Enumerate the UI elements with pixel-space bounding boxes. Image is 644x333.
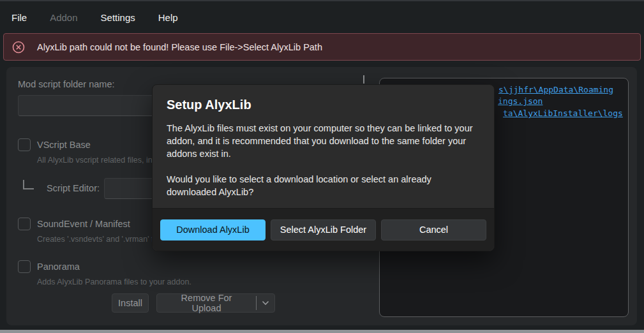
vscript-base-description: All AlyxLib vscript related files, inc	[37, 156, 156, 165]
menu-item-addon: Addon	[50, 12, 77, 23]
install-button-label: Install	[118, 298, 142, 308]
soundevent-manifest-label: SoundEvent / Manifest	[37, 219, 130, 229]
soundevent-manifest-checkbox[interactable]	[18, 218, 31, 230]
menu-item-help[interactable]: Help	[158, 12, 178, 23]
download-alyxlib-button[interactable]: Download AlyxLib	[160, 219, 266, 241]
dialog-footer: Download AlyxLib Select AlyxLib Folder C…	[153, 208, 494, 251]
remove-for-upload-label[interactable]: Remove For Upload	[157, 293, 256, 313]
log-link-installer-logs[interactable]: ta\AlyxLibInstaller\logs	[503, 108, 623, 118]
menu-bar: File Addon Settings Help	[0, 1, 644, 33]
script-editor-label: Script Editor:	[47, 183, 100, 193]
panorama-checkbox[interactable]	[18, 260, 31, 273]
remove-for-upload-split-button[interactable]: Remove For Upload	[156, 293, 275, 313]
cancel-button[interactable]: Cancel	[381, 219, 486, 241]
error-message: AlyxLib path could not be found! Please …	[37, 42, 322, 52]
log-link-settings-json[interactable]: ings.json	[498, 96, 543, 106]
tree-elbow-icon	[23, 180, 34, 189]
install-button[interactable]: Install	[112, 293, 149, 313]
panorama-description: Adds AlyxLib Panorama files to your addo…	[37, 278, 191, 286]
dialog-paragraph-2: Would you like to select a download loca…	[167, 173, 480, 198]
vscript-base-label: VScript Base	[37, 140, 91, 150]
menu-item-settings[interactable]: Settings	[101, 12, 135, 23]
circle-x-icon	[12, 41, 25, 54]
dialog-title: Setup AlyxLib	[167, 98, 480, 112]
mod-script-folder-label: Mod script folder name:	[18, 79, 115, 89]
vscript-base-checkbox[interactable]	[18, 138, 31, 151]
log-link-appdata-roaming[interactable]: s\jjhfr\AppData\Roaming	[498, 85, 613, 94]
soundevent-manifest-description: Creates '.vsndevts' and '.vrman' fil	[37, 235, 157, 244]
window-bottom-edge	[0, 330, 644, 333]
setup-alyxlib-dialog: Setup AlyxLib The AlyxLib files must exi…	[152, 84, 495, 251]
select-alyxlib-folder-button[interactable]: Select AlyxLib Folder	[271, 219, 376, 241]
dialog-body: Setup AlyxLib The AlyxLib files must exi…	[153, 85, 494, 208]
dialog-paragraph-1: The AlyxLib files must exist on your com…	[167, 122, 480, 160]
grid-splitter-handle[interactable]	[363, 75, 364, 84]
error-banner: AlyxLib path could not be found! Please …	[3, 33, 641, 61]
chevron-down-icon[interactable]	[257, 300, 274, 306]
menu-item-file[interactable]: File	[11, 12, 27, 23]
panorama-label: Panorama	[37, 262, 80, 272]
